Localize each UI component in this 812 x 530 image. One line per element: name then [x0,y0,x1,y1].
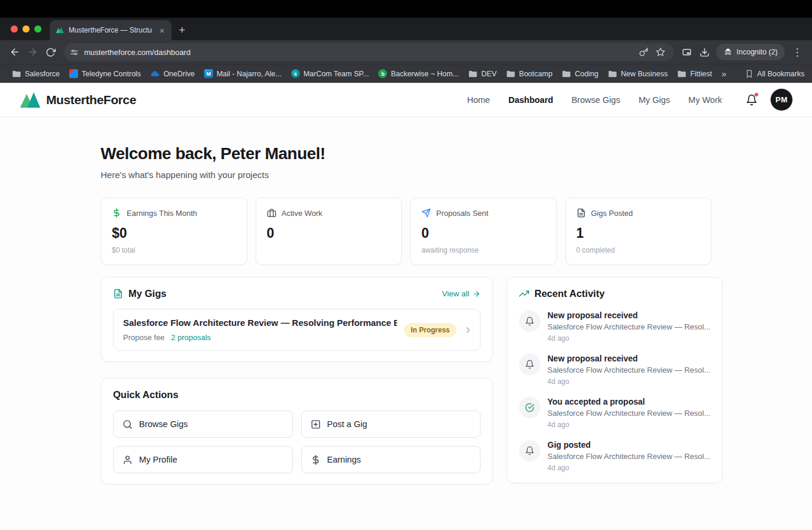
arrow-right-icon [472,290,481,298]
recent-activity-card: Recent Activity New proposal received Sa… [507,277,723,483]
my-gigs-card: My Gigs View all Salesforce Flow Archite… [101,277,493,362]
brand-logo[interactable]: MustertheForce [20,92,136,108]
left-column: My Gigs View all Salesforce Flow Archite… [101,277,493,484]
forward-button[interactable] [24,43,41,61]
bookmark-salesforce[interactable]: Salesforce [7,67,65,81]
new-tab-button[interactable]: + [179,24,185,35]
stat-label: Earnings This Month [127,209,197,218]
nav-my-gigs[interactable]: My Gigs [639,95,670,105]
tab-close-icon[interactable]: × [157,25,167,35]
fullscreen-window-button[interactable] [34,25,41,33]
search-icon [123,419,133,429]
dashboard-main: Welcome back, Peter Manuel! Here's what'… [0,117,812,530]
my-profile-button[interactable]: My Profile [113,446,293,473]
activity-time: 4d ago [547,334,710,342]
browse-gigs-button[interactable]: Browse Gigs [113,411,293,438]
teledyne-favicon [69,69,78,78]
activity-subtitle: Salesforce Flow Architecture Review — Re… [547,322,710,331]
trending-up-icon [519,289,529,299]
action-label: Earnings [327,455,361,464]
incognito-badge[interactable]: Incognito (2) [716,44,785,60]
notification-dot [754,92,759,97]
minimize-window-button[interactable] [22,25,30,33]
bookmark-onedrive[interactable]: OneDrive [146,67,199,81]
status-badge: In Progress [404,323,456,337]
stat-value: $0 [112,225,236,241]
file-text-icon [576,208,586,218]
activity-subtitle: Salesforce Flow Architecture Review — Re… [547,452,710,461]
folder-icon [468,69,478,79]
stat-subtext [267,246,391,254]
view-all-label: View all [442,289,469,298]
dollar-icon [112,208,121,218]
macos-menu-strip [0,0,812,18]
site-info-icon[interactable] [70,48,79,57]
arrow-right-icon [27,47,38,57]
bookmark-folder-new-business[interactable]: New Business [603,67,672,81]
avatar[interactable]: PM [771,89,792,111]
brand-logo-icon [20,92,41,108]
reload-icon [46,47,56,57]
user-icon [123,455,133,465]
browser-tab[interactable]: MustertheForce — Structured × [50,20,172,40]
close-window-button[interactable] [11,25,18,33]
bookmark-folder-fittiest[interactable]: Fittiest [672,67,717,81]
url-text[interactable]: mustertheforce.com/dashboard [79,48,636,57]
all-bookmarks-button[interactable]: All Bookmarks [740,67,809,81]
bookmark-teledyne[interactable]: Teledyne Controls [65,67,146,81]
browser-toolbar: mustertheforce.com/dashboard Incognito (… [0,40,812,64]
folder-icon [677,69,687,79]
activity-item: You accepted a proposal Salesforce Flow … [519,397,710,429]
nav-my-work[interactable]: My Work [688,95,722,105]
bookmark-mail-najarro[interactable]: M Mail - Najarro, Ale... [199,67,286,81]
activity-item: Gig posted Salesforce Flow Architecture … [519,440,710,472]
chevron-right-icon [463,325,473,335]
bookmark-label: Mail - Najarro, Ale... [217,70,282,78]
bookmark-folder-bootcamp[interactable]: Bootcamp [501,67,557,81]
bookmark-label: New Business [621,70,668,78]
bookmark-folder-coding[interactable]: Coding [557,67,603,81]
onedrive-favicon [150,69,160,79]
password-key-icon[interactable] [636,47,652,57]
reload-button[interactable] [41,43,59,61]
bookmark-label: Coding [575,70,598,78]
stat-subtext: 0 completed [576,246,701,254]
nav-browse-gigs[interactable]: Browse Gigs [572,95,620,105]
bookmark-marcom-team[interactable]: s MarCom Team SP... [286,67,374,81]
all-bookmarks-icon [745,70,753,78]
bookmark-star-icon[interactable] [652,47,669,57]
nav-home[interactable]: Home [467,95,490,105]
tab-favicon [56,27,64,34]
notifications-button[interactable] [746,94,758,106]
outlook-favicon: M [204,69,213,78]
right-column: Recent Activity New proposal received Sa… [507,277,723,483]
gig-list-item[interactable]: Salesforce Flow Architecture Review — Re… [113,309,481,351]
browser-menu-button[interactable]: ⋮ [788,43,806,61]
bookmark-folder-dev[interactable]: DEV [463,67,501,81]
recent-activity-title: Recent Activity [534,288,605,299]
activity-time: 4d ago [547,377,710,386]
gig-meta-label: Propose fee [123,333,165,342]
gig-title: Salesforce Flow Architecture Review — Re… [123,318,397,328]
bookmark-label: MarCom Team SP... [304,70,369,78]
browser-window: MustertheForce — Structured × + musterth… [0,0,812,530]
picture-in-picture-icon[interactable] [678,43,696,61]
downloads-icon[interactable] [696,43,714,61]
bookmarks-overflow-icon[interactable]: » [717,69,731,79]
bookmark-backerwise[interactable]: b Backerwise ~ Hom... [373,67,463,81]
address-bar[interactable]: mustertheforce.com/dashboard [64,43,674,61]
post-a-gig-button[interactable]: Post a Gig [301,411,481,438]
view-all-link[interactable]: View all [442,289,481,298]
stat-card-active-work: Active Work 0 [256,198,402,265]
activity-time: 4d ago [547,464,710,472]
gig-proposals-link[interactable]: 2 proposals [171,333,211,342]
earnings-button[interactable]: Earnings [301,446,481,473]
nav-dashboard[interactable]: Dashboard [508,95,553,105]
folder-icon [562,69,571,79]
backerwise-favicon: b [378,69,387,78]
quick-actions-title: Quick Actions [113,389,481,400]
stats-row: Earnings This Month $0 $0 total Active W… [101,198,711,265]
action-label: Browse Gigs [139,419,188,429]
back-button[interactable] [6,43,24,61]
brand-name: MustertheForce [46,93,136,107]
